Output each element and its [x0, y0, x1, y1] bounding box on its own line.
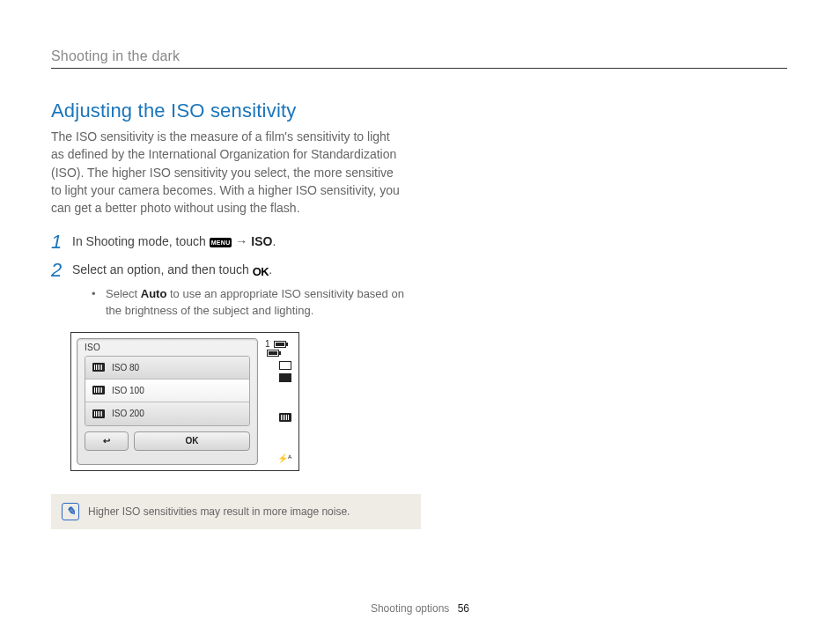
auto-bold: Auto: [141, 287, 167, 300]
t: Select: [106, 287, 141, 300]
mode-icon-2: [279, 373, 291, 382]
mode-icon: [279, 361, 291, 370]
text: In Shooting mode, touch: [72, 234, 210, 248]
list-item[interactable]: ISO 100: [85, 380, 249, 402]
row-label: ISO 200: [112, 409, 144, 418]
row-label: ISO 100: [112, 386, 144, 395]
list-item[interactable]: ISO 80: [85, 357, 249, 380]
shots-remaining: 1: [265, 340, 291, 358]
battery-icon: [267, 350, 279, 357]
period: .: [272, 234, 276, 248]
iso-list: ISO 80 ISO 100 ISO 200: [85, 356, 250, 426]
section-title: Adjusting the ISO sensitivity: [51, 100, 787, 122]
sd-icon: [274, 341, 286, 348]
row-label: ISO 80: [112, 363, 139, 372]
page-footer: Shooting options 56: [0, 602, 840, 615]
iso-icon: [92, 363, 105, 372]
iso-status-icon: [279, 413, 291, 424]
footer-section: Shooting options: [371, 602, 449, 615]
step-2: 2 Select an option, and then touch OK. •…: [51, 261, 421, 319]
period: .: [269, 262, 272, 276]
list-item[interactable]: ISO 200: [85, 402, 249, 425]
iso-icon: [92, 409, 105, 418]
running-head: Shooting in the dark: [51, 48, 787, 69]
step-number: 2: [51, 261, 63, 319]
ok-button[interactable]: OK: [134, 431, 250, 451]
bullet-text: Select Auto to use an appropriate ISO se…: [106, 286, 421, 320]
steps-list: 1 In Shooting mode, touch MENU → ISO. 2 …: [51, 232, 421, 319]
lcd-title: ISO: [77, 339, 257, 354]
page-number: 56: [458, 602, 469, 615]
button-bar: ↩ OK: [85, 431, 250, 451]
arrow: →: [232, 234, 251, 248]
note-icon: ✎: [62, 503, 79, 520]
flash-auto-icon: ⚡ᴬ: [277, 454, 291, 463]
step-1: 1 In Shooting mode, touch MENU → ISO.: [51, 232, 421, 252]
lcd-panel: ISO ISO 80 ISO 100 ISO 200: [77, 338, 258, 465]
step-body: Select an option, and then touch OK. • S…: [72, 261, 421, 319]
step-body: In Shooting mode, touch MENU → ISO.: [72, 232, 421, 252]
iso-label-bold: ISO: [251, 234, 272, 248]
step-number: 1: [51, 232, 63, 252]
ok-icon: OK: [253, 263, 269, 281]
menu-icon: MENU: [210, 238, 232, 247]
sub-bullet: • Select Auto to use an appropriate ISO …: [72, 286, 421, 320]
camera-screenshot: ISO ISO 80 ISO 100 ISO 200: [70, 332, 299, 471]
bullet-dot-icon: •: [92, 286, 100, 320]
text: Select an option, and then touch: [72, 262, 253, 276]
intro-paragraph: The ISO sensitivity is the measure of a …: [51, 128, 403, 217]
iso-icon: [92, 386, 105, 394]
side-status-icons: 1 ⚡ᴬ: [263, 338, 293, 465]
note-text: Higher ISO sensitivities may result in m…: [88, 505, 350, 518]
note-box: ✎ Higher ISO sensitivities may result in…: [51, 494, 421, 529]
back-button[interactable]: ↩: [85, 431, 129, 451]
digit: 1: [265, 339, 270, 349]
